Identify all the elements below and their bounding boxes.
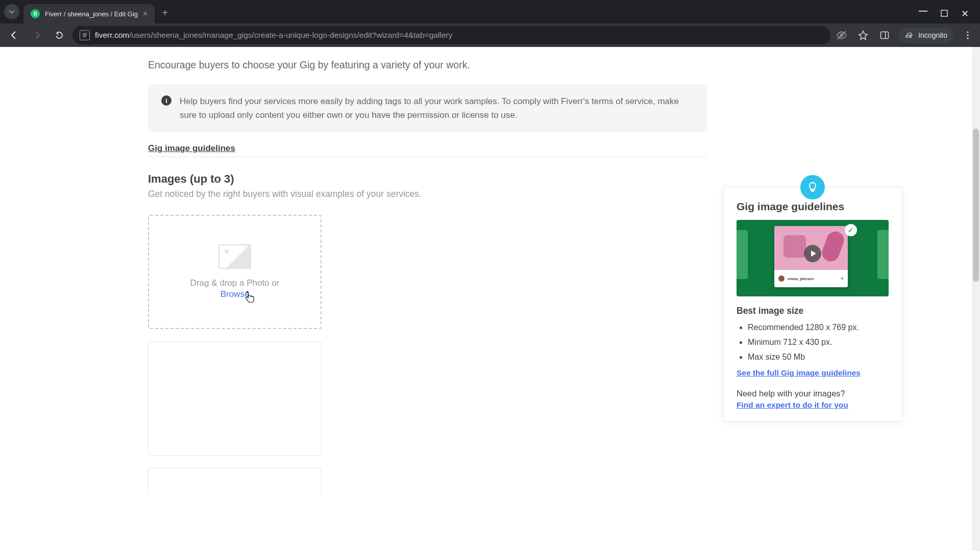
bookmark-button[interactable]	[856, 28, 870, 42]
minimize-button[interactable]: ─	[919, 4, 927, 18]
incognito-icon	[905, 31, 914, 40]
preview-seller-name: emma_johnson	[788, 277, 814, 281]
favicon-icon: fi	[31, 9, 40, 18]
tracking-off-icon[interactable]	[835, 28, 849, 42]
image-upload-dropzone[interactable]: Drag & drop a Photo or Browse	[148, 215, 322, 329]
site-settings-icon[interactable]	[80, 30, 90, 40]
scrollbar-track[interactable]	[972, 47, 980, 551]
new-tab-button[interactable]: +	[155, 4, 175, 22]
svg-rect-0	[941, 10, 947, 16]
tip-title: Gig image guidelines	[737, 201, 889, 213]
toolbar-right: Incognito	[835, 28, 975, 43]
gig-image-guidelines-link[interactable]: Gig image guidelines	[148, 143, 235, 154]
tip-size-list: Recommended 1280 x 769 px. Minimum 712 x…	[737, 320, 889, 364]
tip-need-help: Need help with your images?	[737, 389, 889, 398]
info-text: Help buyers find your services more easi…	[180, 94, 694, 122]
tip-bullet: Minimum 712 x 430 px.	[748, 335, 889, 350]
url-text: fiverr.com/users/sheena_jones/manage_gig…	[95, 31, 453, 40]
section-divider	[148, 157, 707, 157]
svg-point-5	[967, 31, 968, 33]
images-subheading: Get noticed by the right buyers with vis…	[148, 189, 709, 199]
browser-menu-button[interactable]	[961, 28, 975, 42]
cursor-pointer-icon	[244, 291, 255, 305]
window-controls: ─ ✕	[919, 6, 980, 21]
page-viewport: Encourage buyers to choose your Gig by f…	[0, 47, 980, 551]
info-banner: i Help buyers find your services more ea…	[148, 84, 707, 132]
arrow-left-icon	[9, 30, 19, 40]
tip-bullet: Recommended 1280 x 769 px.	[748, 320, 889, 335]
browser-tab[interactable]: fi Fiverr / sheena_jones / Edit Gig ×	[23, 4, 155, 23]
upload-instruction: Drag & drop a Photo or	[190, 278, 280, 288]
tip-bulb-icon	[800, 175, 825, 199]
image-placeholder-icon	[218, 244, 251, 269]
incognito-badge[interactable]: Incognito	[899, 28, 953, 43]
tip-bullet: Max size 50 Mb	[748, 350, 889, 365]
images-heading: Images (up to 3)	[148, 172, 709, 186]
tab-search-button[interactable]	[4, 4, 19, 19]
guidelines-tip-panel: Gig image guidelines emma_johnson ★ ✓ Be…	[723, 187, 902, 421]
scrollbar-thumb[interactable]	[973, 129, 979, 282]
page-lead-text: Encourage buyers to choose your Gig by f…	[148, 59, 709, 71]
incognito-label: Incognito	[918, 31, 947, 39]
browser-toolbar: fiverr.com/users/sheena_jones/manage_gig…	[0, 23, 980, 47]
image-slot-2[interactable]	[148, 341, 322, 456]
full-guidelines-link[interactable]: See the full Gig image guidelines	[737, 368, 861, 377]
play-icon[interactable]	[804, 245, 821, 262]
svg-point-6	[967, 34, 968, 36]
tip-size-heading: Best image size	[737, 306, 889, 316]
svg-point-7	[967, 37, 968, 39]
image-slot-3[interactable]	[148, 468, 322, 493]
main-content: Encourage buyers to choose your Gig by f…	[0, 47, 709, 493]
chevron-down-icon	[9, 9, 15, 15]
back-button[interactable]	[5, 26, 23, 44]
tip-video-preview[interactable]: emma_johnson ★ ✓	[737, 220, 889, 296]
reload-icon	[54, 30, 64, 40]
browser-titlebar: fi Fiverr / sheena_jones / Edit Gig × + …	[0, 0, 980, 23]
close-window-button[interactable]: ✕	[961, 8, 969, 19]
info-icon: i	[161, 95, 172, 106]
tab-close-button[interactable]: ×	[143, 9, 148, 18]
side-panel-button[interactable]	[877, 28, 892, 42]
arrow-right-icon	[32, 30, 42, 40]
forward-button[interactable]	[28, 26, 46, 44]
svg-rect-3	[881, 32, 889, 38]
reload-button[interactable]	[50, 26, 68, 44]
find-expert-link[interactable]: Find an expert to do it for you	[737, 400, 848, 409]
tab-title: Fiverr / sheena_jones / Edit Gig	[45, 10, 138, 18]
maximize-button[interactable]	[941, 10, 948, 18]
address-bar[interactable]: fiverr.com/users/sheena_jones/manage_gig…	[72, 26, 830, 44]
check-icon: ✓	[845, 224, 857, 236]
